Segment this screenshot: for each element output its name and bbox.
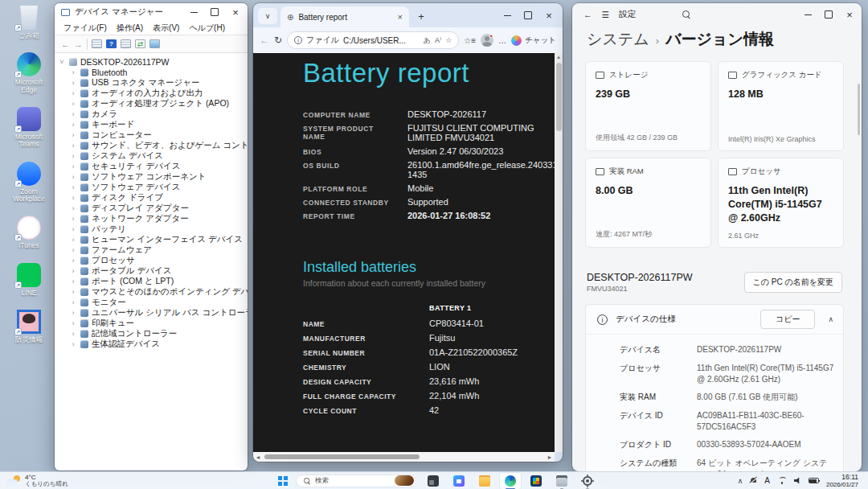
more-menu-icon[interactable]: … (498, 36, 506, 45)
back-icon[interactable]: ← (260, 35, 269, 46)
device-tree-item[interactable]: › システム デバイス (58, 150, 248, 161)
expand-icon[interactable]: › (69, 131, 77, 139)
horizontal-scrollbar[interactable]: ◄ ► (253, 452, 555, 462)
device-tree-item[interactable]: › オーディオの入力および出力 (58, 88, 248, 98)
expand-icon[interactable]: › (69, 277, 77, 286)
device-tree-item[interactable]: › ソフトウェア コンポーネント (58, 171, 248, 182)
console-tree-icon[interactable] (92, 39, 102, 48)
notifications-off-icon[interactable] (750, 477, 757, 484)
expand-icon[interactable]: › (69, 330, 77, 338)
close-button[interactable] (225, 4, 246, 20)
ms-teams[interactable]: ↗ Microsoft Teams (6, 106, 51, 149)
vertical-scrollbar[interactable]: ▲ (555, 53, 563, 452)
collapse-icon[interactable]: ˅ (58, 58, 66, 66)
forward-icon[interactable]: → (74, 39, 83, 49)
device-tree-item[interactable]: › プロセッサ (58, 255, 248, 265)
chevron-up-icon[interactable]: ∧ (828, 315, 833, 323)
expand-icon[interactable]: › (69, 204, 77, 212)
start-button[interactable] (272, 473, 293, 489)
scroll-up-icon[interactable]: ▲ (555, 53, 563, 61)
new-tab-button[interactable]: + (412, 7, 430, 25)
help-icon[interactable]: ? (106, 39, 117, 48)
rename-pc-button[interactable]: この PC の名前を変更 (744, 272, 842, 293)
microsoft-store[interactable] (448, 473, 469, 489)
expand-icon[interactable]: › (69, 89, 77, 97)
expand-icon[interactable]: › (69, 257, 77, 265)
device-tree-item[interactable]: › Bluetooth (58, 67, 248, 77)
device-tree-item[interactable]: › ディスプレイ アダプター (58, 203, 248, 213)
expand-icon[interactable]: › (69, 152, 77, 160)
expand-icon[interactable]: › (69, 100, 77, 108)
expand-icon[interactable]: › (69, 309, 77, 317)
breadcrumb-system[interactable]: システム (587, 29, 649, 50)
volume-icon[interactable] (794, 477, 801, 484)
expand-icon[interactable]: › (69, 215, 77, 223)
expand-icon[interactable]: › (69, 267, 77, 275)
device-tree-item[interactable]: › コンピューター (58, 129, 248, 140)
zoom-app[interactable]: ↗ Zoom Workplace (6, 161, 51, 203)
copilot-chat-button[interactable]: チャット (511, 35, 556, 46)
menu-item[interactable]: ヘルプ(H) (185, 22, 229, 35)
scroll-right-icon[interactable]: ► (545, 454, 555, 460)
device-tree-item[interactable]: › ポート (COM と LPT) (58, 276, 248, 286)
file-explorer[interactable] (474, 473, 495, 489)
device-tree-item[interactable]: › カメラ (58, 109, 248, 119)
recycle-bin[interactable]: ↗ ごみ箱 (6, 5, 51, 39)
favorites-hub-icon[interactable]: ☆≡ (464, 36, 476, 45)
device-manager-titlebar[interactable]: デバイス マネージャー (55, 3, 248, 21)
device-tree-item[interactable]: › ファームウェア (58, 244, 248, 255)
page-info-icon[interactable]: i (294, 36, 302, 44)
expand-icon[interactable]: › (69, 183, 77, 191)
device-tree-item[interactable]: › ソフトウェア デバイス (58, 182, 248, 192)
search-icon[interactable] (682, 10, 690, 18)
minimize-button[interactable] (497, 7, 518, 23)
device-tree-item[interactable]: › ディスク ドライブ (58, 192, 248, 203)
translate-icon[interactable]: あ (424, 35, 431, 46)
task-view[interactable] (423, 473, 444, 489)
minimize-button[interactable] (797, 6, 818, 23)
device-tree-item[interactable]: › マウスとそのほかのポインティング デバイス (58, 286, 248, 297)
taskbar-search[interactable]: 検索 (296, 475, 416, 487)
scroll-left-icon[interactable]: ◄ (253, 454, 263, 460)
close-button[interactable] (839, 6, 860, 23)
expand-icon[interactable]: › (69, 319, 77, 327)
tab-close-icon[interactable]: × (398, 12, 403, 22)
device-tree-item[interactable]: › セキュリティ デバイス (58, 161, 248, 171)
clock[interactable]: 16:11 2026/01/27 (826, 473, 860, 489)
device-tree-item[interactable]: › 生体認証デバイス (58, 339, 248, 349)
expand-icon[interactable]: › (69, 225, 77, 233)
device-spec-expander[interactable]: i デバイスの仕様 コピー ∧ (585, 304, 844, 335)
ms-edge[interactable]: ↗ Microsoft Edge (6, 51, 51, 94)
hamburger-icon[interactable]: ☰ (602, 10, 609, 19)
maximize-button[interactable] (818, 6, 839, 23)
itunes[interactable]: ↗ iTunes (6, 215, 51, 249)
browser-tab[interactable]: ⊕ Battery report × (280, 6, 409, 27)
menu-item[interactable]: 操作(A) (113, 22, 147, 35)
scrollbar-thumb[interactable] (556, 63, 562, 131)
scan-hardware-icon[interactable]: ⇄ (135, 39, 145, 48)
settings-titlebar[interactable]: ← ☰ 設定 (572, 3, 862, 26)
expand-icon[interactable]: › (69, 194, 77, 202)
refresh-icon[interactable]: ↻ (274, 35, 282, 46)
line-app[interactable]: ↗ LINE (6, 262, 51, 297)
close-button[interactable] (538, 7, 559, 23)
device-tree-item[interactable]: › USB コネクタ マネージャー (58, 77, 248, 88)
device-tree-item[interactable]: › ヒューマン インターフェイス デバイス (58, 234, 248, 244)
menu-item[interactable]: ファイル(F) (59, 22, 111, 35)
favorite-star-icon[interactable]: ☆ (445, 36, 452, 44)
maximize-button[interactable] (518, 7, 538, 23)
photo-shortcut[interactable]: ↗ 防災情報 (6, 309, 51, 343)
back-icon[interactable]: ← (583, 10, 592, 19)
address-bar[interactable]: i ファイル C:/Users/USER... あ A⁾ ☆ (287, 31, 459, 49)
microsoft-edge[interactable] (500, 473, 521, 489)
profile-avatar[interactable] (481, 34, 493, 47)
expand-icon[interactable]: › (69, 142, 77, 150)
back-icon[interactable]: ← (61, 39, 70, 49)
computer-icon[interactable] (149, 39, 160, 48)
expand-icon[interactable]: › (69, 246, 77, 254)
minimize-button[interactable] (183, 4, 204, 20)
device-tree-item[interactable]: › モニター (58, 297, 248, 307)
expand-icon[interactable]: › (69, 340, 77, 348)
weather-widget[interactable]: 4°C くもりのち晴れ (0, 474, 68, 488)
device-tree-item[interactable]: › サウンド、ビデオ、およびゲーム コントローラー (58, 140, 248, 150)
